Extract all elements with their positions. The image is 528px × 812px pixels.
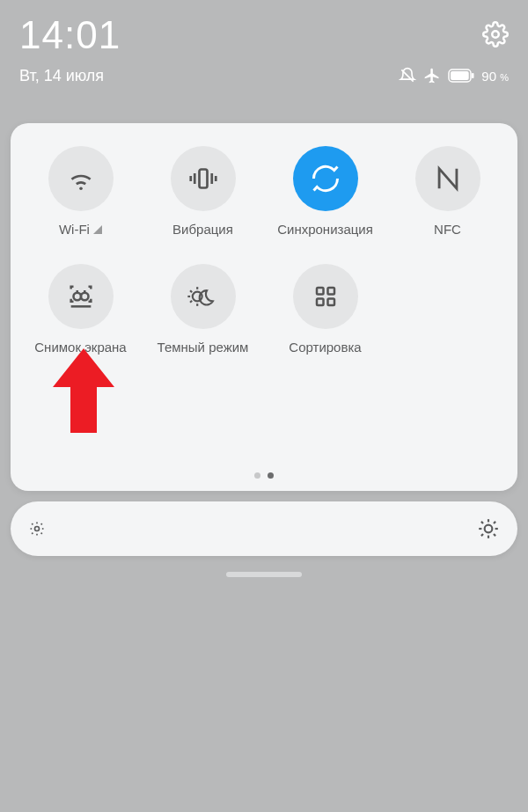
- svg-line-31: [41, 523, 42, 524]
- tile-wifi-label: Wi-Fi: [59, 222, 102, 237]
- quick-settings-panel: Wi-Fi Вибрация Си: [11, 123, 517, 491]
- status-left: 14:01 Вт, 14 июля: [19, 16, 121, 85]
- svg-point-32: [485, 525, 493, 533]
- wifi-icon: [48, 146, 114, 211]
- clock-time: 14:01: [19, 16, 121, 55]
- svg-rect-5: [199, 170, 207, 188]
- svg-point-23: [35, 527, 40, 531]
- svg-line-17: [190, 301, 192, 303]
- tile-dark-label: Темный режим: [158, 340, 249, 355]
- sync-icon: [293, 146, 358, 211]
- tile-vibration[interactable]: Вибрация: [142, 146, 264, 243]
- svg-line-16: [190, 290, 192, 292]
- svg-line-36: [494, 534, 495, 536]
- airplane-icon: [423, 67, 441, 84]
- tile-sort-label: Сортировка: [289, 340, 361, 355]
- tiles-grid: Wi-Fi Вибрация Си: [19, 146, 509, 361]
- svg-point-11: [81, 293, 89, 301]
- svg-line-35: [481, 522, 483, 523]
- sort-icon: [293, 264, 358, 329]
- svg-point-4: [79, 187, 83, 190]
- screenshot-icon: [48, 264, 114, 329]
- svg-rect-20: [327, 288, 334, 295]
- status-right: 90 %: [399, 16, 509, 84]
- svg-line-40: [494, 522, 495, 523]
- svg-point-10: [73, 293, 81, 301]
- date-label: Вт, 14 июля: [19, 67, 121, 85]
- svg-rect-21: [317, 299, 324, 306]
- mute-icon: [399, 67, 416, 84]
- tile-sync-label: Синхронизация: [277, 222, 373, 237]
- tile-sync[interactable]: Синхронизация: [264, 146, 386, 243]
- tile-dark-mode[interactable]: Темный режим: [142, 264, 264, 361]
- svg-rect-19: [317, 288, 324, 295]
- brightness-low-icon: [28, 520, 46, 538]
- battery-percentage: 90 %: [481, 69, 509, 84]
- dot-1: [254, 472, 260, 479]
- battery-icon: [448, 69, 474, 83]
- tile-vibration-label: Вибрация: [172, 222, 233, 237]
- tile-nfc-label: NFC: [434, 222, 461, 237]
- dot-2: [268, 472, 274, 479]
- tile-screenshot-label: Снимок экрана: [34, 340, 126, 355]
- page-indicator[interactable]: [254, 472, 274, 479]
- svg-point-0: [492, 31, 499, 38]
- tile-screenshot[interactable]: Снимок экрана: [19, 264, 142, 361]
- svg-line-27: [41, 533, 42, 534]
- svg-rect-2: [451, 71, 469, 80]
- svg-rect-3: [472, 73, 474, 78]
- svg-line-26: [32, 523, 33, 524]
- tile-sort[interactable]: Сортировка: [264, 264, 386, 361]
- svg-line-30: [32, 533, 33, 534]
- tile-wifi[interactable]: Wi-Fi: [19, 146, 142, 243]
- gear-icon[interactable]: [482, 21, 509, 48]
- status-tray: 90 %: [399, 67, 509, 84]
- brightness-slider[interactable]: [11, 501, 517, 556]
- svg-rect-22: [327, 299, 334, 306]
- dark-mode-icon: [171, 264, 236, 329]
- home-indicator[interactable]: [226, 572, 302, 577]
- vibration-icon: [171, 146, 236, 211]
- brightness-high-icon: [477, 517, 500, 540]
- nfc-icon: [415, 146, 480, 211]
- tile-nfc[interactable]: NFC: [386, 146, 509, 243]
- status-bar: 14:01 Вт, 14 июля 90 %: [0, 0, 528, 85]
- brightness-track: [46, 501, 477, 556]
- svg-line-39: [481, 534, 483, 536]
